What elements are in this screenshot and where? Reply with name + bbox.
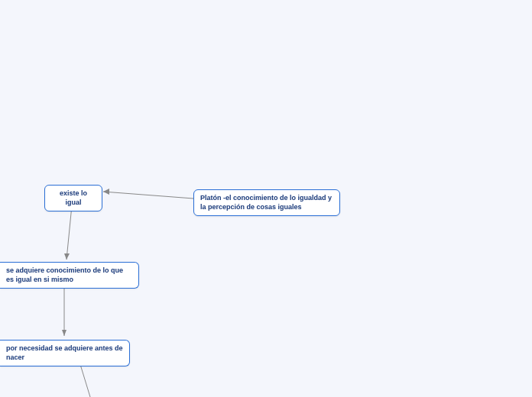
node-adquiere-conocimiento[interactable]: se adquiere conocimiento de lo que es ig… xyxy=(0,262,139,289)
svg-marker-3 xyxy=(64,253,70,260)
node-label: existe lo igual xyxy=(60,189,87,206)
node-por-necesidad[interactable]: por necesidad se adquiere antes de nacer xyxy=(0,340,130,366)
node-platon[interactable]: Platón -el conocimiento de lo igualdad y… xyxy=(193,189,340,216)
node-label: Platón -el conocimiento de lo igualdad y… xyxy=(200,194,332,211)
svg-line-0 xyxy=(103,192,193,198)
svg-marker-5 xyxy=(62,330,66,336)
svg-marker-1 xyxy=(103,189,109,195)
node-label: se adquiere conocimiento de lo que es ig… xyxy=(6,266,123,283)
node-existe-lo-igual[interactable]: existe lo igual xyxy=(44,185,102,211)
node-label: por necesidad se adquiere antes de nacer xyxy=(6,344,123,361)
